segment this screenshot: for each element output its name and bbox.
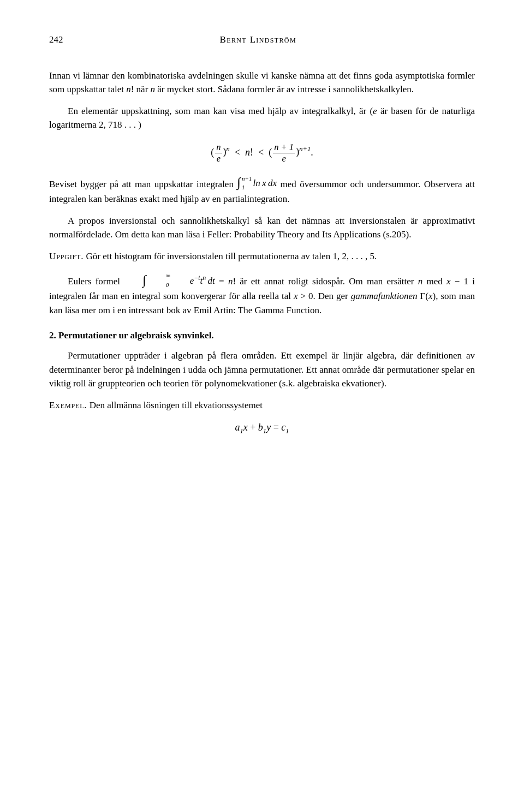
main-content: Innan vi lämnar den kombinatoriska avdel… xyxy=(49,69,475,437)
paragraph-3: Beviset bygger på att man uppskattar int… xyxy=(49,174,475,206)
gamma-function-name: gammafunktionen xyxy=(351,291,418,301)
page-header: 242 Bernt Lindström xyxy=(49,33,475,47)
paragraph-uppgift: Uppgift. Gör ett histogram för inversion… xyxy=(49,249,475,264)
paragraph-1: Innan vi lämnar den kombinatoriska avdel… xyxy=(49,69,475,97)
math-n-factorial: n xyxy=(245,146,250,157)
integral-limits: n+11 xyxy=(242,174,252,192)
paragraph-2: En elementär uppskattning, som man kan v… xyxy=(49,104,475,132)
math-x: x xyxy=(446,276,451,286)
math-display-final: a1x + b1y = c1 xyxy=(49,420,475,436)
paragraph-4: A propos inversionstal och sannolikhetsk… xyxy=(49,214,475,242)
math-n2: n xyxy=(151,84,156,94)
paragraph-exempel: Exempel. Den allmänna lösningen till ekv… xyxy=(49,398,475,413)
paragraph-euler: Eulers formel ∫∞0 e−ttn dt = n! är ett a… xyxy=(49,271,475,317)
math-sub-3: 1 xyxy=(285,427,289,435)
math-integral-2: ∫∞0 e−ttn dt xyxy=(124,271,215,289)
math-n-fact-2: n xyxy=(228,276,233,286)
math-paren-close2: )n+1 xyxy=(296,146,311,157)
math-x2: x xyxy=(294,291,298,301)
math-x3: x xyxy=(428,291,433,301)
math-b1: b xyxy=(258,422,263,433)
section-number: 2. xyxy=(49,330,56,341)
math-y-final: y xyxy=(266,422,271,433)
math-integral-1: ∫n+11 ln x dx xyxy=(237,174,277,192)
math-paren-open1: ( xyxy=(211,146,214,157)
section-2-para-1: Permutationer uppträder i algebran på fl… xyxy=(49,349,475,391)
author-name: Bernt Lindström xyxy=(63,33,454,47)
math-sup-n: n xyxy=(227,145,230,153)
math-frac-n1-e: n + 1 e xyxy=(273,142,295,164)
integral-limits-2: ∞0 xyxy=(147,271,170,289)
math-sup-n1: n+1 xyxy=(299,145,311,153)
integral-sign: ∫ xyxy=(237,176,241,189)
page-number: 242 xyxy=(49,33,63,47)
section-2-heading: 2. Permutationer ur algebraisk synvinkel… xyxy=(49,329,475,343)
uppgift-label: Uppgift. xyxy=(49,251,84,261)
para1-text: Innan vi lämnar den kombinatoriska avdel… xyxy=(49,70,475,95)
math-n: n xyxy=(126,84,131,94)
section-title: Permutationer ur algebraisk synvinkel. xyxy=(58,330,214,341)
math-paren-open2: ( xyxy=(269,146,272,157)
math-x-final: x xyxy=(243,422,248,433)
math-paren-close1: )n xyxy=(223,146,230,157)
integral-sign-2: ∫ xyxy=(124,274,146,287)
page: 242 Bernt Lindström Innan vi lämnar den … xyxy=(0,0,524,812)
exempel-label: Exempel. xyxy=(49,400,87,410)
math-n3: n xyxy=(418,276,423,286)
math-e: e xyxy=(373,106,377,116)
math-frac-n-e: n e xyxy=(215,142,222,164)
math-display-1: ( n e )n < n! < ( n + 1 e )n+1. xyxy=(49,142,475,164)
